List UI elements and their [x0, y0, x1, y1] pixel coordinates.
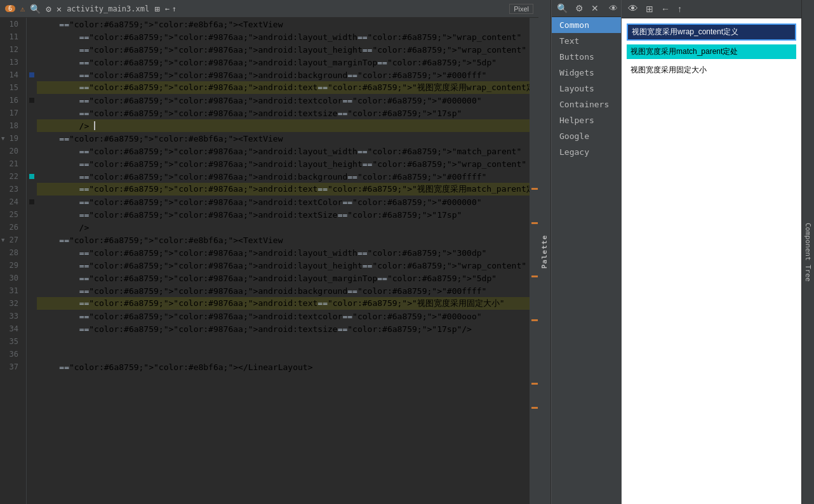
palette-item-google[interactable]: Google — [552, 128, 621, 144]
preview-grid-icon[interactable]: ⊞ — [643, 3, 656, 15]
code-line: =="color:#6a8759;">"color:#e8bf6a;"><Tex… — [37, 18, 530, 30]
line-number: 25 — [0, 208, 21, 221]
code-line: =="color:#6a8759;">"color:#9876aa;">andr… — [37, 107, 530, 119]
preview-content: 视图宽度采用wrap_content定义视图宽度采用match_parent定处… — [622, 18, 801, 504]
gear-icon[interactable]: ⚙ — [46, 4, 51, 14]
gutter-cell — [27, 170, 37, 183]
line-number: 33 — [0, 310, 21, 322]
gutter-cell — [27, 234, 37, 246]
preview-nav-up[interactable]: ↑ — [675, 3, 684, 15]
scroll-marker — [531, 275, 538, 277]
gutter-cell — [27, 272, 37, 284]
pixel-button[interactable]: Pixel — [509, 4, 533, 14]
nav-left-icon[interactable]: ← — [165, 4, 170, 13]
palette-search-icon[interactable]: 🔍 — [554, 2, 570, 15]
line-number: 10 — [0, 18, 21, 30]
line-number: 15 — [0, 81, 21, 94]
code-line: =="color:#6a8759;">"color:#9876aa;">andr… — [37, 322, 530, 335]
line-number: 32 — [0, 297, 21, 310]
palette-eye-icon[interactable]: 👁 — [606, 2, 620, 15]
code-content[interactable]: =="color:#6a8759;">"color:#e8bf6a;"><Tex… — [37, 18, 530, 504]
gutter-cell — [27, 157, 37, 170]
palette-item-containers[interactable]: Containers — [552, 96, 621, 112]
palette-close-icon[interactable]: ✕ — [589, 2, 601, 15]
top-bar-filename[interactable]: activity_main3.xml — [67, 4, 149, 13]
code-line: =="color:#6a8759;">"color:#9876aa;">andr… — [37, 157, 530, 170]
preview-item-wrap-content: 视图宽度采用wrap_content定义 — [627, 23, 796, 41]
line-number: 34 — [0, 322, 21, 335]
preview-eye-icon[interactable]: 👁 — [625, 2, 641, 16]
palette-label: Palette — [540, 235, 549, 269]
palette-item-layouts[interactable]: Layouts — [552, 81, 621, 96]
preview-nav-left[interactable]: ← — [658, 3, 672, 15]
code-line: =="color:#6a8759;">"color:#e8bf6a;"><Tex… — [37, 132, 530, 145]
warning-icon: ⚠ — [20, 4, 25, 13]
palette-item-widgets[interactable]: Widgets — [552, 65, 621, 81]
gutter-cell — [27, 56, 37, 69]
top-bar-right: Pixel — [509, 4, 533, 14]
scroll-markers — [530, 18, 538, 504]
code-line: =="color:#6a8759;">"color:#9876aa;">andr… — [37, 297, 530, 310]
line-number: 28 — [0, 246, 21, 259]
code-line: =="color:#6a8759;">"color:#9876aa;">andr… — [37, 170, 530, 183]
code-line: =="color:#6a8759;">"color:#9876aa;">andr… — [37, 145, 530, 157]
line-number: 11 — [0, 30, 21, 43]
code-line: =="color:#6a8759;">"color:#9876aa;">andr… — [37, 56, 530, 69]
code-line: =="color:#6a8759;">"color:#9876aa;">andr… — [37, 196, 530, 208]
gutter-cell — [27, 246, 37, 259]
gutter-cell — [27, 221, 37, 234]
palette-sidebar: 🔍 ⚙ ✕ 👁 ⊞ ⇄ ⇅ CommonTextButtonsWidgetsLa… — [551, 0, 621, 504]
code-line: /> — [37, 119, 530, 132]
palette-tab[interactable]: Palette — [538, 0, 551, 504]
search-icon[interactable]: 🔍 — [30, 4, 41, 14]
gutter-col — [27, 18, 37, 504]
palette-item-text[interactable]: Text — [552, 33, 621, 49]
palette-item-buttons[interactable]: Buttons — [552, 49, 621, 65]
code-line: /> — [37, 221, 530, 234]
line-number: 13 — [0, 56, 21, 69]
line-number: 14 — [0, 69, 21, 81]
split-icon[interactable]: ⊞ — [154, 4, 159, 14]
gutter-cell — [27, 132, 37, 145]
code-line: =="color:#6a8759;">"color:#9876aa;">andr… — [37, 81, 530, 94]
preview-item-match-parent: 视图宽度采用match_parent定处 — [627, 44, 796, 59]
gutter-cell — [27, 284, 37, 297]
component-tree-label: Component Tree — [804, 223, 812, 282]
code-line — [37, 348, 530, 361]
line-number: 31 — [0, 284, 21, 297]
palette-item-legacy[interactable]: Legacy — [552, 144, 621, 160]
code-line — [37, 335, 530, 348]
palette-toolbar: 🔍 ⚙ ✕ 👁 ⊞ ⇄ ⇅ — [552, 0, 621, 17]
gutter-cell — [27, 183, 37, 196]
component-tree-tab[interactable]: Component Tree — [801, 0, 814, 504]
line-number: ▼27 — [0, 234, 21, 246]
gutter-cell — [27, 69, 37, 81]
palette-item-helpers[interactable]: Helpers — [552, 112, 621, 128]
code-line: =="color:#6a8759;">"color:#e8bf6a;"></Li… — [37, 361, 530, 373]
scroll-marker — [531, 407, 538, 409]
close-icon[interactable]: ✕ — [57, 4, 62, 14]
code-line: =="color:#6a8759;">"color:#9876aa;">andr… — [37, 272, 530, 284]
line-number: ▼19 — [0, 132, 21, 145]
code-line: =="color:#6a8759;">"color:#9876aa;">andr… — [37, 183, 530, 196]
code-line: =="color:#6a8759;">"color:#9876aa;">andr… — [37, 246, 530, 259]
code-line: =="color:#6a8759;">"color:#9876aa;">andr… — [37, 30, 530, 43]
palette-item-common[interactable]: Common — [552, 17, 621, 33]
nav-up-icon[interactable]: ↑ — [172, 4, 177, 13]
top-bar: 6 ⚠ 🔍 ⚙ ✕ activity_main3.xml ⊞ ← ↑ Pixel — [0, 0, 538, 18]
code-line: =="color:#6a8759;">"color:#e8bf6a;"><Tex… — [37, 234, 530, 246]
line-number: 26 — [0, 221, 21, 234]
gutter-cell — [27, 259, 37, 272]
code-line: =="color:#6a8759;">"color:#9876aa;">andr… — [37, 259, 530, 272]
code-line: =="color:#6a8759;">"color:#9876aa;">andr… — [37, 69, 530, 81]
line-number: 36 — [0, 348, 21, 361]
line-number: 22 — [0, 170, 21, 183]
line-number: 23 — [0, 183, 21, 196]
gutter-cell — [27, 43, 37, 56]
code-editor[interactable]: 101112131415161718▼1920212223242526▼2728… — [0, 18, 538, 504]
code-line: =="color:#6a8759;">"color:#9876aa;">andr… — [37, 43, 530, 56]
palette-gear-icon[interactable]: ⚙ — [573, 2, 586, 15]
gutter-cell — [27, 18, 37, 30]
gutter-cell — [27, 361, 37, 373]
code-line: =="color:#6a8759;">"color:#9876aa;">andr… — [37, 208, 530, 221]
